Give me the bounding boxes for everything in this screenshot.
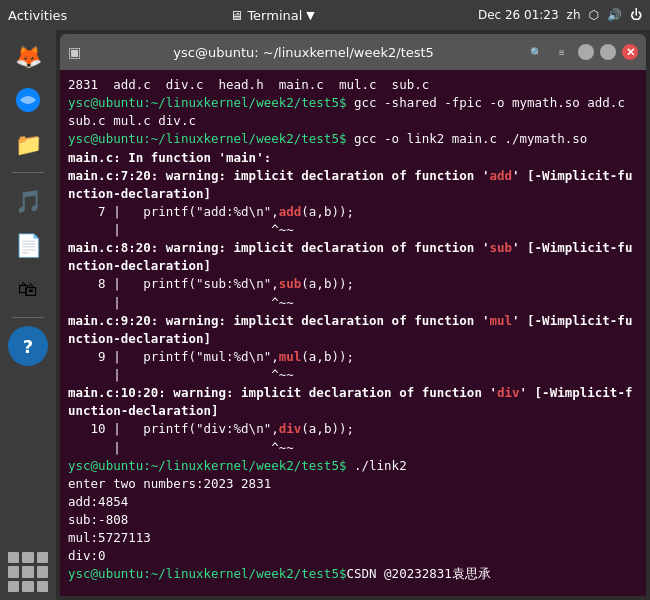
term-line-8: main.c:8:20: warning: implicit declarati… xyxy=(68,239,638,275)
topbar-terminal-label[interactable]: Terminal xyxy=(247,8,302,23)
terminal-titlebar-icon: ▣ xyxy=(68,44,81,60)
sidebar-item-files[interactable]: 📁 xyxy=(8,124,48,164)
sidebar-item-libreoffice[interactable]: 📄 xyxy=(8,225,48,265)
sidebar-item-appstore[interactable]: 🛍 xyxy=(8,269,48,309)
topbar-datetime: Dec 26 01:23 xyxy=(478,8,559,22)
top-bar-center: 🖥 Terminal ▼ xyxy=(230,8,314,23)
term-line-18: enter two numbers:2023 2831 xyxy=(68,475,638,493)
top-bar: Activities 🖥 Terminal ▼ Dec 26 01:23 zh … xyxy=(0,0,650,30)
term-line-9: 8 | printf("sub:%d\n",sub(a,b)); xyxy=(68,275,638,293)
sidebar-item-help[interactable]: ? xyxy=(8,326,48,366)
term-line-3: ysc@ubuntu:~/linuxkernel/week2/test5$ gc… xyxy=(68,130,638,148)
minimize-button[interactable] xyxy=(578,44,594,60)
term-line-15: 10 | printf("div:%d\n",div(a,b)); xyxy=(68,420,638,438)
close-button[interactable]: ✕ xyxy=(622,44,638,60)
term-line-11: main.c:9:20: warning: implicit declarati… xyxy=(68,312,638,348)
terminal-title: ysc@ubuntu: ~/linuxkernel/week2/test5 xyxy=(87,45,520,60)
term-line-12: 9 | printf("mul:%d\n",mul(a,b)); xyxy=(68,348,638,366)
top-bar-left: Activities xyxy=(8,8,67,23)
sidebar-divider xyxy=(12,172,44,173)
terminal-titlebar: ▣ ysc@ubuntu: ~/linuxkernel/week2/test5 … xyxy=(60,34,646,70)
term-line-5: main.c:7:20: warning: implicit declarati… xyxy=(68,167,638,203)
terminal-body[interactable]: 2831 add.c div.c head.h main.c mul.c sub… xyxy=(60,70,646,596)
term-line-6: 7 | printf("add:%d\n",add(a,b)); xyxy=(68,203,638,221)
top-bar-right: Dec 26 01:23 zh ⬡ 🔊 ⏻ xyxy=(478,8,642,22)
maximize-button[interactable] xyxy=(600,44,616,60)
term-line-20: sub:-808 xyxy=(68,511,638,529)
term-line-21: mul:5727113 xyxy=(68,529,638,547)
term-line-7: | ^~~ xyxy=(68,221,638,239)
topbar-volume-icon[interactable]: 🔊 xyxy=(607,8,622,22)
menu-button[interactable]: ≡ xyxy=(552,43,572,61)
term-line-4: main.c: In function 'main': xyxy=(68,149,638,167)
sidebar-item-firefox[interactable]: 🦊 xyxy=(8,36,48,76)
sidebar: 🦊 📁 🎵 📄 🛍 ? xyxy=(0,30,56,600)
term-line-2: ysc@ubuntu:~/linuxkernel/week2/test5$ gc… xyxy=(68,94,638,130)
main-layout: 🦊 📁 🎵 📄 🛍 ? ▣ ysc@ubuntu: ~/linuxkernel/… xyxy=(0,30,650,600)
topbar-power-icon[interactable]: ⏻ xyxy=(630,8,642,22)
topbar-dropdown-icon[interactable]: ▼ xyxy=(306,9,314,22)
sidebar-item-thunderbird[interactable] xyxy=(8,80,48,120)
term-line-14: main.c:10:20: warning: implicit declarat… xyxy=(68,384,638,420)
terminal-icon: 🖥 xyxy=(230,8,243,23)
activities-button[interactable]: Activities xyxy=(8,8,67,23)
term-line-final: ysc@ubuntu:~/linuxkernel/week2/test5$CSD… xyxy=(68,565,638,583)
sidebar-item-rhythmbox[interactable]: 🎵 xyxy=(8,181,48,221)
term-line-10: | ^~~ xyxy=(68,294,638,312)
term-line-17: ysc@ubuntu:~/linuxkernel/week2/test5$ ./… xyxy=(68,457,638,475)
term-line-1: 2831 add.c div.c head.h main.c mul.c sub… xyxy=(68,76,638,94)
term-line-19: add:4854 xyxy=(68,493,638,511)
term-line-22: div:0 xyxy=(68,547,638,565)
topbar-lang[interactable]: zh xyxy=(567,8,581,22)
sidebar-divider-2 xyxy=(12,317,44,318)
search-button[interactable]: 🔍 xyxy=(526,43,546,61)
terminal-buttons: 🔍 ≡ ✕ xyxy=(526,43,638,61)
terminal-container: ▣ ysc@ubuntu: ~/linuxkernel/week2/test5 … xyxy=(60,34,646,596)
sidebar-apps-grid[interactable] xyxy=(8,552,48,592)
term-line-13: | ^~~ xyxy=(68,366,638,384)
term-line-16: | ^~~ xyxy=(68,439,638,457)
topbar-network-icon[interactable]: ⬡ xyxy=(589,8,599,22)
